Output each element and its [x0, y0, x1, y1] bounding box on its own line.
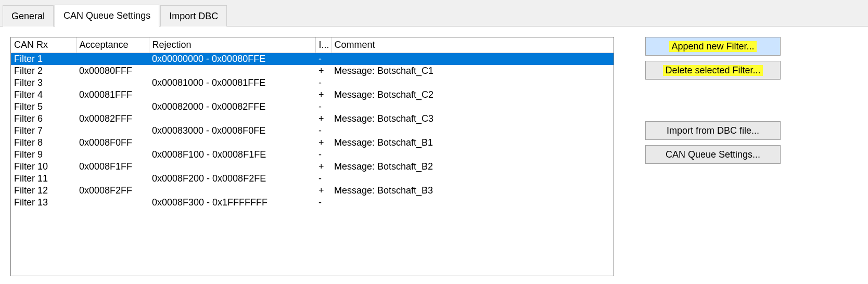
table-row[interactable]: Filter 20x00080FFF+Message: Botschaft_C1 — [11, 65, 614, 77]
cell-acceptance — [76, 77, 149, 89]
cell-comment: Message: Botschaft_C2 — [331, 89, 614, 101]
cell-i: - — [315, 197, 331, 209]
cell-acceptance — [76, 149, 149, 161]
table-row[interactable]: Filter 80x0008F0FF+Message: Botschaft_B1 — [11, 137, 614, 149]
cell-comment — [331, 101, 614, 113]
cell-name: Filter 3 — [11, 77, 76, 89]
cell-rejection — [149, 161, 315, 173]
cell-rejection: 0x00081000 - 0x00081FFE — [149, 77, 315, 89]
table-row[interactable]: Filter 110x0008F200 - 0x0008F2FE- — [11, 173, 614, 185]
cell-name: Filter 6 — [11, 113, 76, 125]
cell-i: - — [315, 77, 331, 89]
cell-comment: Message: Botschaft_B2 — [331, 161, 614, 173]
table-row[interactable]: Filter 30x00081000 - 0x00081FFE- — [11, 77, 614, 89]
table-row[interactable]: Filter 10x00000000 - 0x00080FFE- — [11, 53, 614, 66]
delete-selected-filter-button[interactable]: Delete selected Filter... — [645, 61, 781, 80]
cell-i: - — [315, 53, 331, 66]
cell-rejection: 0x00082000 - 0x00082FFE — [149, 101, 315, 113]
cell-i: + — [315, 137, 331, 149]
col-rejection[interactable]: Rejection — [149, 37, 315, 53]
cell-comment: Message: Botschaft_C3 — [331, 113, 614, 125]
cell-comment — [331, 77, 614, 89]
cell-i: + — [315, 161, 331, 173]
table-row[interactable]: Filter 100x0008F1FF+Message: Botschaft_B… — [11, 161, 614, 173]
cell-acceptance: 0x00081FFF — [76, 89, 149, 101]
cell-acceptance: 0x00082FFF — [76, 113, 149, 125]
cell-name: Filter 10 — [11, 161, 76, 173]
table-row[interactable]: Filter 70x00083000 - 0x0008F0FE- — [11, 125, 614, 137]
cell-comment — [331, 197, 614, 209]
table-header-row: CAN Rx Acceptance Rejection I... Comment — [11, 37, 614, 53]
cell-i: - — [315, 173, 331, 185]
table-row[interactable]: Filter 130x0008F300 - 0x1FFFFFFF- — [11, 197, 614, 209]
button-label: CAN Queue Settings... — [663, 149, 762, 160]
cell-rejection — [149, 65, 315, 77]
tab-can-queue-settings[interactable]: CAN Queue Settings — [55, 5, 159, 27]
cell-comment — [331, 149, 614, 161]
cell-rejection — [149, 185, 315, 197]
cell-acceptance — [76, 125, 149, 137]
cell-i: - — [315, 101, 331, 113]
button-label: Append new Filter... — [669, 41, 756, 52]
cell-rejection — [149, 89, 315, 101]
cell-rejection — [149, 113, 315, 125]
cell-acceptance — [76, 197, 149, 209]
cell-rejection: 0x00083000 - 0x0008F0FE — [149, 125, 315, 137]
cell-comment: Message: Botschaft_B1 — [331, 137, 614, 149]
cell-name: Filter 11 — [11, 173, 76, 185]
cell-acceptance: 0x0008F1FF — [76, 161, 149, 173]
cell-rejection: 0x00000000 - 0x00080FFE — [149, 53, 315, 66]
cell-acceptance — [76, 101, 149, 113]
import-from-dbc-button[interactable]: Import from DBC file... — [645, 121, 781, 140]
cell-rejection: 0x0008F200 - 0x0008F2FE — [149, 173, 315, 185]
can-queue-settings-button[interactable]: CAN Queue Settings... — [645, 145, 781, 164]
tab-general[interactable]: General — [3, 5, 54, 27]
table-row[interactable]: Filter 120x0008F2FF+Message: Botschaft_B… — [11, 185, 614, 197]
cell-acceptance: 0x00080FFF — [76, 65, 149, 77]
cell-name: Filter 4 — [11, 89, 76, 101]
table-row[interactable]: Filter 90x0008F100 - 0x0008F1FE- — [11, 149, 614, 161]
cell-comment — [331, 173, 614, 185]
table-row[interactable]: Filter 50x00082000 - 0x00082FFE- — [11, 101, 614, 113]
cell-i: + — [315, 89, 331, 101]
cell-name: Filter 2 — [11, 65, 76, 77]
cell-name: Filter 7 — [11, 125, 76, 137]
cell-comment — [331, 125, 614, 137]
cell-i: - — [315, 125, 331, 137]
cell-name: Filter 5 — [11, 101, 76, 113]
col-acceptance[interactable]: Acceptance — [76, 37, 149, 53]
cell-acceptance: 0x0008F0FF — [76, 137, 149, 149]
cell-i: + — [315, 185, 331, 197]
cell-name: Filter 13 — [11, 197, 76, 209]
cell-rejection: 0x0008F100 - 0x0008F1FE — [149, 149, 315, 161]
append-new-filter-button[interactable]: Append new Filter... — [645, 37, 781, 56]
cell-rejection — [149, 137, 315, 149]
cell-name: Filter 9 — [11, 149, 76, 161]
table-row[interactable]: Filter 60x00082FFF+Message: Botschaft_C3 — [11, 113, 614, 125]
cell-rejection: 0x0008F300 - 0x1FFFFFFF — [149, 197, 315, 209]
cell-i: + — [315, 65, 331, 77]
cell-name: Filter 8 — [11, 137, 76, 149]
col-i[interactable]: I... — [315, 37, 331, 53]
cell-name: Filter 1 — [11, 53, 76, 66]
side-buttons: Append new Filter... Delete selected Fil… — [645, 37, 781, 276]
cell-acceptance — [76, 53, 149, 66]
cell-acceptance — [76, 173, 149, 185]
cell-acceptance: 0x0008F2FF — [76, 185, 149, 197]
filter-table[interactable]: CAN Rx Acceptance Rejection I... Comment… — [11, 37, 614, 209]
cell-comment — [331, 53, 614, 66]
button-label: Import from DBC file... — [665, 125, 761, 136]
cell-i: + — [315, 113, 331, 125]
button-label: Delete selected Filter... — [663, 65, 762, 76]
tab-import-dbc[interactable]: Import DBC — [160, 5, 227, 27]
cell-comment: Message: Botschaft_C1 — [331, 65, 614, 77]
cell-name: Filter 12 — [11, 185, 76, 197]
filter-table-container: CAN Rx Acceptance Rejection I... Comment… — [10, 37, 614, 276]
cell-comment: Message: Botschaft_B3 — [331, 185, 614, 197]
col-comment[interactable]: Comment — [331, 37, 614, 53]
cell-i: - — [315, 149, 331, 161]
tab-strip: General CAN Queue Settings Import DBC — [0, 0, 868, 27]
col-can-rx[interactable]: CAN Rx — [11, 37, 76, 53]
table-row[interactable]: Filter 40x00081FFF+Message: Botschaft_C2 — [11, 89, 614, 101]
